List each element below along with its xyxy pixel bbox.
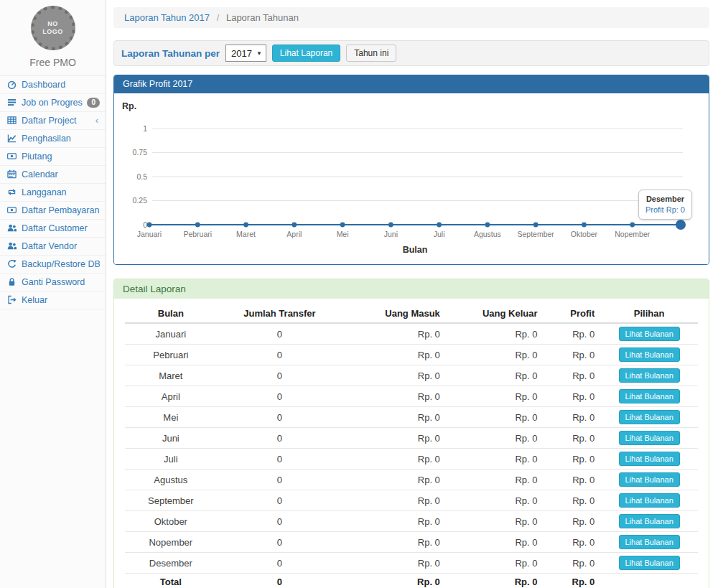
cell-jumlah-transfer: 0 — [217, 365, 343, 386]
cell-pilihan: Lihat Bulanan — [600, 407, 698, 428]
cell-bulan: April — [125, 386, 217, 407]
caret-down-icon: ▼ — [256, 50, 262, 57]
sidebar-item-ganti-password[interactable]: Ganti Password — [0, 274, 106, 291]
data-point-april[interactable] — [292, 223, 297, 228]
cell-pilihan: Lihat Bulanan — [600, 511, 698, 532]
x-tick-label: April — [286, 230, 302, 238]
view-monthly-button-desember[interactable]: Lihat Bulanan — [619, 556, 680, 570]
cell-bulan: Juni — [125, 428, 217, 449]
sidebar-item-label: Ganti Password — [22, 277, 100, 287]
view-monthly-button-mei[interactable]: Lihat Bulanan — [619, 410, 680, 424]
x-tick-label: Mei — [337, 230, 349, 238]
view-monthly-button-oktober[interactable]: Lihat Bulanan — [619, 514, 680, 528]
year-select[interactable]: 2017 ▼ — [225, 45, 266, 62]
table-row: Pebruari0Rp. 0Rp. 0Rp. 0Lihat Bulanan — [125, 345, 698, 365]
data-point-maret[interactable] — [243, 223, 248, 228]
data-point-januari[interactable] — [147, 223, 152, 228]
cell-bulan: Oktober — [125, 511, 217, 532]
data-point-agustus[interactable] — [485, 223, 490, 228]
sidebar-item-dashboard[interactable]: Dashboard — [0, 76, 106, 94]
view-monthly-button-nopember[interactable]: Lihat Bulanan — [619, 535, 680, 549]
sidebar-item-keluar[interactable]: Keluar — [0, 291, 106, 309]
view-monthly-button-maret[interactable]: Lihat Bulanan — [619, 368, 680, 383]
detail-panel-title: Detail Laporan — [114, 279, 709, 299]
col-header-uang-masuk: Uang Masuk — [342, 304, 446, 323]
breadcrumb-link-laporan-tahun[interactable]: Laporan Tahun 2017 — [124, 12, 210, 23]
view-monthly-button-juli[interactable]: Lihat Bulanan — [619, 452, 680, 466]
money-icon — [7, 205, 17, 215]
cell-profit: Rp. 0 — [544, 428, 601, 449]
sidebar-item-piutang[interactable]: Piutang — [0, 148, 106, 166]
breadcrumb-current: Laporan Tahunan — [226, 12, 299, 23]
cell-jumlah-transfer: 0 — [217, 574, 343, 588]
sidebar-item-daftar-project[interactable]: Daftar Project‹ — [0, 112, 106, 130]
cell-profit: Rp. 0 — [544, 553, 601, 574]
view-monthly-button-pebruari[interactable]: Lihat Bulanan — [619, 347, 680, 362]
data-point-nopember[interactable] — [630, 223, 635, 228]
data-point-juni[interactable] — [388, 223, 393, 228]
y-tick-label: 0.5 — [136, 172, 147, 181]
cell-profit: Rp. 0 — [544, 449, 601, 470]
sidebar-item-langganan[interactable]: Langganan — [0, 184, 106, 202]
table-row: Juli0Rp. 0Rp. 0Rp. 0Lihat Bulanan — [125, 449, 698, 470]
sidebar-item-job-on-progress[interactable]: Job on Progress0 — [0, 94, 106, 112]
cell-profit: Rp. 0 — [544, 365, 601, 386]
cell-uang-keluar: Rp. 0 — [446, 345, 544, 365]
sidebar-item-penghasilan[interactable]: Penghasilan — [0, 130, 106, 148]
cell-uang-keluar: Rp. 0 — [446, 449, 544, 470]
sidebar-item-label: Piutang — [22, 151, 100, 162]
view-monthly-button-juni[interactable]: Lihat Bulanan — [619, 431, 680, 445]
view-monthly-button-agustus[interactable]: Lihat Bulanan — [619, 472, 680, 487]
sidebar-item-calendar[interactable]: Calendar — [0, 166, 106, 184]
data-point-oktober[interactable] — [582, 223, 587, 228]
this-year-button[interactable]: Tahun ini — [346, 45, 396, 62]
logo-text: NO LOGO — [41, 20, 65, 36]
cell-uang-keluar: Rp. 0 — [446, 407, 544, 428]
data-point-september[interactable] — [533, 223, 538, 228]
sidebar-item-daftar-vendor[interactable]: Daftar Vendor — [0, 238, 106, 256]
y-tick-label: 1 — [143, 124, 147, 133]
view-monthly-button-januari[interactable]: Lihat Bulanan — [619, 327, 680, 341]
data-point-juli[interactable] — [437, 223, 442, 228]
cell-bulan: Juli — [125, 449, 217, 470]
data-point-mei[interactable] — [340, 223, 345, 228]
cell-bulan: Maret — [125, 365, 217, 386]
cell-uang-masuk: Rp. 0 — [342, 574, 446, 588]
cell-uang-masuk: Rp. 0 — [342, 345, 446, 365]
data-point-desember[interactable] — [676, 220, 686, 230]
cell-jumlah-transfer: 0 — [217, 490, 343, 511]
data-point-pebruari[interactable] — [195, 223, 200, 228]
refresh-icon — [7, 259, 17, 269]
profit-chart-panel: Grafik Profit 2017 Rp.10.750.50.250Janua… — [113, 75, 709, 265]
cell-uang-masuk: Rp. 0 — [342, 511, 446, 532]
main-content: Laporan Tahun 2017 / Laporan Tahunan Lap… — [106, 0, 718, 588]
table-row: Mei0Rp. 0Rp. 0Rp. 0Lihat Bulanan — [125, 407, 698, 428]
table-header-row: Bulan Jumlah Transfer Uang Masuk Uang Ke… — [125, 304, 698, 323]
col-header-uang-keluar: Uang Keluar — [446, 304, 544, 323]
cell-uang-masuk: Rp. 0 — [342, 365, 446, 386]
view-monthly-button-september[interactable]: Lihat Bulanan — [619, 493, 680, 508]
cell-pilihan: Lihat Bulanan — [600, 449, 698, 470]
view-report-button[interactable]: Lihat Laporan — [272, 45, 340, 62]
sidebar-item-daftar-pembayaran[interactable]: Daftar Pembayaran — [0, 202, 106, 220]
year-select-value: 2017 — [231, 48, 252, 59]
x-tick-label: Juli — [434, 230, 445, 238]
cell-uang-keluar: Rp. 0 — [446, 511, 544, 532]
cell-jumlah-transfer: 0 — [217, 345, 343, 365]
cell-pilihan: Lihat Bulanan — [600, 470, 698, 490]
table-row: Maret0Rp. 0Rp. 0Rp. 0Lihat Bulanan — [125, 365, 698, 386]
sidebar-item-daftar-customer[interactable]: Daftar Customer — [0, 220, 106, 238]
cell-pilihan: Lihat Bulanan — [600, 345, 698, 365]
x-tick-label: Nopember — [615, 230, 651, 238]
sidebar-item-backup-restore-db[interactable]: Backup/Restore DB — [0, 256, 106, 274]
sidebar-item-label: Daftar Project — [22, 116, 91, 126]
cell-uang-masuk: Rp. 0 — [342, 407, 446, 428]
cell-uang-keluar: Rp. 0 — [446, 490, 544, 511]
cell-bulan: Pebruari — [125, 345, 217, 365]
breadcrumb-separator: / — [217, 12, 220, 23]
view-monthly-button-april[interactable]: Lihat Bulanan — [619, 389, 680, 403]
detail-panel-body: Bulan Jumlah Transfer Uang Masuk Uang Ke… — [114, 299, 709, 588]
cell-jumlah-transfer: 0 — [217, 511, 343, 532]
table-row: Nopember0Rp. 0Rp. 0Rp. 0Lihat Bulanan — [125, 532, 698, 553]
cell-profit: Rp. 0 — [544, 345, 601, 365]
